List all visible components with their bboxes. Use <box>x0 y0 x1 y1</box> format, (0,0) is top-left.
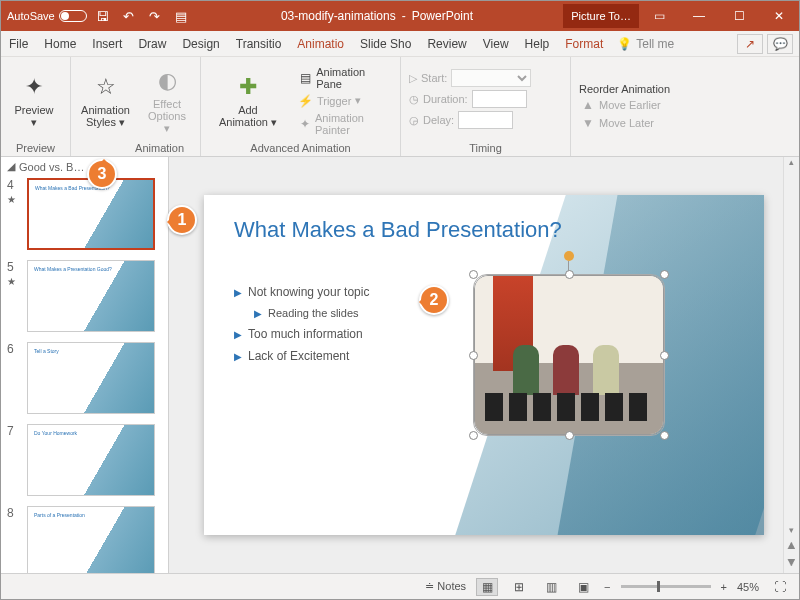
add-animation-icon: ✚ <box>233 72 263 102</box>
status-bar: ≐ Notes ▦ ⊞ ▥ ▣ − + 45% ⛶ <box>1 573 799 599</box>
resize-handle[interactable] <box>469 431 478 440</box>
slide-thumbnail-8[interactable]: Parts of a Presentation <box>27 506 155 573</box>
tab-insert[interactable]: Insert <box>84 32 130 56</box>
move-later-button: ▼Move Later <box>579 115 656 131</box>
animation-styles-button[interactable]: ☆ Animation Styles ▾ <box>79 70 132 131</box>
reorder-label: Reorder Animation <box>579 83 670 95</box>
slide-bullet-list[interactable]: ▶Not knowing your topic ▶Reading the sli… <box>234 285 369 371</box>
resize-handle[interactable] <box>469 351 478 360</box>
save-icon[interactable]: 🖫 <box>93 6 113 26</box>
trigger-button: ⚡Trigger ▾ <box>297 93 392 109</box>
image-content <box>474 275 664 435</box>
duration-icon: ◷ <box>409 93 419 106</box>
slide-thumbnail-7[interactable]: Do Your Homework <box>27 424 155 496</box>
tab-format[interactable]: Format <box>557 32 611 56</box>
tutorial-callout-3: 3 <box>87 159 117 189</box>
add-animation-button[interactable]: ✚ Add Animation ▾ <box>209 70 287 131</box>
share-icon[interactable]: ↗ <box>737 34 763 54</box>
tab-design[interactable]: Design <box>174 32 227 56</box>
close-icon[interactable]: ✕ <box>759 1 799 31</box>
start-select <box>451 69 531 87</box>
group-label-preview: Preview <box>9 140 62 154</box>
autosave-toggle[interactable]: AutoSave <box>7 10 87 22</box>
bullet-arrow-icon: ▶ <box>234 329 242 340</box>
rotate-handle[interactable] <box>564 251 574 261</box>
play-icon: ▷ <box>409 72 417 85</box>
delay-icon: ◶ <box>409 114 419 127</box>
slide-title[interactable]: What Makes a Bad Presentation? <box>234 217 562 243</box>
zoom-slider[interactable] <box>621 585 711 588</box>
resize-handle[interactable] <box>565 431 574 440</box>
comments-icon[interactable]: 💬 <box>767 34 793 54</box>
tab-review[interactable]: Review <box>419 32 474 56</box>
vertical-scrollbar[interactable]: ▴ ▾ ⯅ ⯆ <box>783 157 799 573</box>
zoom-in-icon[interactable]: + <box>721 581 727 593</box>
tab-draw[interactable]: Draw <box>130 32 174 56</box>
tab-file[interactable]: File <box>1 32 36 56</box>
minimize-icon[interactable]: — <box>679 1 719 31</box>
title-bar: AutoSave 🖫 ↶ ↷ ▤ 03-modify-animations - … <box>1 1 799 31</box>
app-name: PowerPoint <box>412 9 473 23</box>
slide-number: 5 <box>7 260 14 274</box>
preview-button[interactable]: ✦ Preview▾ <box>9 70 59 131</box>
animation-pane-button[interactable]: ▤Animation Pane <box>297 65 392 91</box>
tab-help[interactable]: Help <box>517 32 558 56</box>
slide-thumbnail-panel[interactable]: ◢ Good vs. B… 4★ What Makes a Bad Presen… <box>1 157 169 573</box>
slideshow-view-icon[interactable]: ▣ <box>572 578 594 596</box>
duration-row: ◷Duration: <box>409 90 527 108</box>
contextual-tab-picture-tools[interactable]: Picture To… <box>563 4 639 28</box>
preview-icon: ✦ <box>19 72 49 102</box>
resize-handle[interactable] <box>565 270 574 279</box>
painter-icon: ✦ <box>299 117 311 131</box>
ribbon: ✦ Preview▾ Preview ☆ Animation Styles ▾ … <box>1 57 799 157</box>
tab-home[interactable]: Home <box>36 32 84 56</box>
tab-view[interactable]: View <box>475 32 517 56</box>
tab-slideshow[interactable]: Slide Sho <box>352 32 419 56</box>
star-icon: ☆ <box>91 72 121 102</box>
effect-options-icon: ◐ <box>152 66 182 96</box>
notes-button[interactable]: ≐ Notes <box>425 580 466 593</box>
tab-animations[interactable]: Animatio <box>289 32 352 56</box>
bullet-arrow-icon: ▶ <box>254 308 262 319</box>
slide-thumbnail-5[interactable]: What Makes a Presentation Good? <box>27 260 155 332</box>
resize-handle[interactable] <box>469 270 478 279</box>
redo-icon[interactable]: ↷ <box>145 6 165 26</box>
start-row: ▷Start: <box>409 69 531 87</box>
duration-input <box>472 90 527 108</box>
resize-handle[interactable] <box>660 351 669 360</box>
group-label-advanced-animation: Advanced Animation <box>209 140 392 154</box>
reading-view-icon[interactable]: ▥ <box>540 578 562 596</box>
slide-thumbnail-6[interactable]: Tell a Story <box>27 342 155 414</box>
fit-to-window-icon[interactable]: ⛶ <box>769 578 791 596</box>
tab-transitions[interactable]: Transitio <box>228 32 290 56</box>
bullet-arrow-icon: ▶ <box>234 351 242 362</box>
selected-image[interactable] <box>474 275 664 435</box>
group-label-animation: Animation <box>79 140 192 154</box>
maximize-icon[interactable]: ☐ <box>719 1 759 31</box>
slide-number: 8 <box>7 506 14 520</box>
tell-me[interactable]: 💡Tell me <box>611 37 674 51</box>
normal-view-icon[interactable]: ▦ <box>476 578 498 596</box>
section-header[interactable]: ◢ Good vs. B… <box>1 157 168 176</box>
bulb-icon: 💡 <box>617 37 632 51</box>
down-icon: ▼ <box>581 116 595 130</box>
pane-icon: ▤ <box>299 71 312 85</box>
slide-canvas-area[interactable]: What Makes a Bad Presentation? ▶Not know… <box>169 157 799 573</box>
zoom-out-icon[interactable]: − <box>604 581 610 593</box>
ribbon-tabs: File Home Insert Draw Design Transitio A… <box>1 31 799 57</box>
slide-sorter-icon[interactable]: ⊞ <box>508 578 530 596</box>
resize-handle[interactable] <box>660 270 669 279</box>
slide-number: 6 <box>7 342 14 356</box>
resize-handle[interactable] <box>660 431 669 440</box>
zoom-level[interactable]: 45% <box>737 581 759 593</box>
group-label-timing: Timing <box>409 140 562 154</box>
undo-icon[interactable]: ↶ <box>119 6 139 26</box>
ribbon-options-icon[interactable]: ▭ <box>639 1 679 31</box>
slide-thumbnail-4[interactable]: What Makes a Bad Presentation? <box>27 178 155 250</box>
move-earlier-button: ▲Move Earlier <box>579 97 663 113</box>
slide[interactable]: What Makes a Bad Presentation? ▶Not know… <box>204 195 764 535</box>
start-from-beginning-icon[interactable]: ▤ <box>171 6 191 26</box>
bullet-arrow-icon: ▶ <box>234 287 242 298</box>
trigger-icon: ⚡ <box>299 94 313 108</box>
slide-number: 7 <box>7 424 14 438</box>
